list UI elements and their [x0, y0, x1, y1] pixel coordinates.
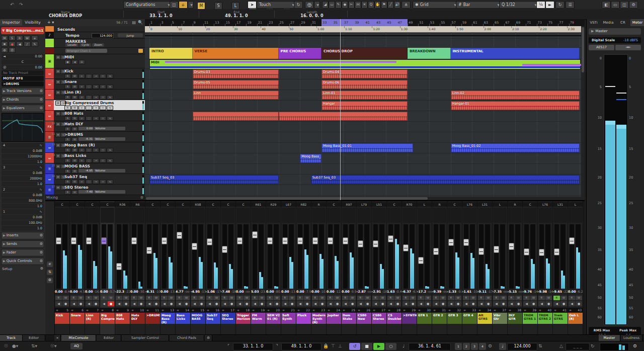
channel-name[interactable]: Vibr Gtr [493, 313, 507, 324]
zone-tab-track[interactable]: Track [0, 335, 23, 341]
right-locator-value[interactable]: 49. 1. 1. 0 [281, 343, 321, 350]
track-btn-4[interactable]: → [93, 158, 99, 163]
r-button[interactable]: R [64, 190, 71, 195]
w-button[interactable]: W [71, 190, 78, 195]
tempo-value[interactable]: 124.000 [507, 343, 537, 350]
channel-racks[interactable] [327, 208, 341, 223]
fader-handle[interactable] [358, 240, 363, 247]
inspector-btn-3[interactable]: W [24, 35, 31, 41]
marker-2-button[interactable]: 2 [463, 343, 470, 350]
channel-name[interactable]: Soft Synth [281, 313, 296, 324]
record-enable-button[interactable]: ● [198, 301, 205, 306]
clip-drums-05[interactable]: Drums-05 [193, 80, 279, 89]
workspace-caret[interactable]: ▼ [188, 1, 194, 9]
inspector-section-track-versions[interactable]: ▶Track Versions⚙ [1, 87, 44, 95]
inspector-btn-11[interactable]: ⦿ [9, 47, 16, 53]
r-button[interactable]: R [64, 169, 71, 173]
track-btn-1[interactable]: W [71, 84, 78, 89]
track-btn-6[interactable]: ≒ [107, 95, 113, 100]
right-zone-toggle[interactable]: ◫ [620, 1, 629, 9]
arranger-section-instrumental[interactable]: INSTRUMENTAL [451, 48, 580, 59]
monitor-button[interactable]: ◀ [101, 301, 107, 306]
fader-handle[interactable] [146, 247, 152, 254]
channel-name[interactable]: Modern Synth (R) [311, 313, 326, 324]
pan-control[interactable]: R [432, 202, 447, 207]
channel-racks[interactable] [478, 208, 492, 223]
monitor-button[interactable]: ◀ [523, 301, 530, 306]
auto-scroll-icon[interactable]: ↻ [294, 1, 303, 9]
pan-control[interactable]: R36 [115, 202, 130, 207]
channel-racks[interactable] [252, 208, 265, 223]
monitor-button[interactable]: ◀ [448, 301, 454, 306]
glue-tool-icon[interactable]: ⨝ [355, 1, 361, 9]
channel-racks[interactable] [523, 208, 537, 223]
activity-reset-icon[interactable]: ↻ [591, 343, 595, 348]
fader-handle[interactable] [267, 237, 273, 244]
tempo-mode-button[interactable]: ♩ [499, 343, 506, 350]
mixer-channel-pluck[interactable]: R820.00 -7.9RW◀●∞22Pluck [296, 201, 311, 335]
track-btn-2[interactable]: e [78, 180, 85, 184]
record-enable-button[interactable]: ● [364, 301, 371, 306]
record-enable-button[interactable]: ● [349, 301, 356, 306]
left-locator-value[interactable]: 33. 1. 1. 0 [233, 343, 273, 350]
monitor-button[interactable]: ◀ [418, 301, 424, 306]
read-automation-button[interactable]: R [252, 296, 258, 300]
marker-cycle-button[interactable]: Cycle [79, 43, 91, 47]
record-enable-button[interactable]: ● [168, 301, 175, 306]
eq-band-2-gain[interactable]: 0.0dB [2, 193, 44, 198]
add-track-button[interactable]: + ▾ [47, 20, 54, 25]
channel-racks[interactable] [448, 208, 461, 223]
lower-zone-toggle[interactable]: ▭ [611, 1, 620, 9]
track-btn-5[interactable]: ◇ [100, 148, 106, 152]
record-enable-button[interactable]: ● [123, 301, 129, 306]
w-button[interactable]: W [71, 127, 78, 131]
track-btn-0[interactable]: R [64, 84, 71, 89]
track-row-sub37-seq[interactable]: ↔MSSub37 SeqRWe◌→◇≒16 [45, 174, 145, 185]
track-btn-4[interactable]: → [93, 106, 99, 110]
inspector-btn-7[interactable]: ◀ [16, 41, 23, 47]
pan-control[interactable]: R29 [266, 202, 281, 207]
master-section-header[interactable]: ▶Master [589, 28, 641, 35]
lower-zone-tab-chord-pads[interactable]: Chord Pads [170, 335, 204, 341]
pan-control[interactable]: R70 [402, 202, 417, 207]
read-automation-button[interactable]: R [448, 296, 454, 300]
track-btn-5[interactable]: ◇ [100, 180, 106, 184]
mixer-channel--synthi[interactable]: R70-6.37 -6.9RW◀●∞29>SYNTHI [402, 201, 417, 335]
track-btn-3[interactable]: ◌ [86, 158, 92, 163]
monitor-button[interactable]: ◀ [403, 301, 409, 306]
arranger-chain-field[interactable]: Arranger Chain 1 [65, 49, 107, 53]
monitor-button[interactable]: ◀ [70, 301, 77, 306]
transport-gear-icon[interactable]: ⚙ [633, 343, 637, 348]
track-btn-4[interactable]: → [93, 95, 99, 100]
channel-name[interactable]: Trem GTRS [553, 313, 568, 324]
pan-control[interactable]: C [327, 202, 341, 207]
fader-handle[interactable] [192, 243, 197, 250]
pan-control[interactable]: C [100, 202, 115, 207]
write-automation-button[interactable]: W [108, 296, 114, 300]
fader-handle[interactable] [373, 240, 378, 247]
marker-zoom-button[interactable]: Zoom [92, 43, 104, 47]
mixer-channel-ooh-l-r-[interactable]: L0.00 -6.2RW◀●∞43Ooh L (R) [568, 201, 583, 335]
read-automation-button[interactable]: R [86, 296, 92, 300]
channel-racks[interactable] [342, 208, 356, 223]
track-btn-6[interactable]: ≒ [107, 106, 113, 110]
right-zone-tab-cr[interactable]: CR [616, 19, 630, 26]
eq-band-1-freq[interactable]: 100.0Hz [2, 220, 44, 225]
inspector-pan[interactable]: C [2, 59, 44, 64]
monitor-button[interactable]: ◀ [508, 301, 515, 306]
eq-band-4[interactable]: 4∿ [2, 143, 44, 148]
eq-curve-display[interactable] [2, 113, 44, 142]
fader-handle[interactable] [282, 237, 288, 244]
monitor-button[interactable]: ◀ [372, 301, 379, 306]
lower-zone-tab-editor[interactable]: Editor [97, 335, 121, 341]
channel-racks[interactable] [297, 208, 310, 223]
track-row-seq-stereo[interactable]: ☰MSSEQ StereoRW-7.48Volume17 [45, 185, 145, 195]
channel-name[interactable]: GTR 3 [447, 313, 462, 324]
channel-name[interactable]: TREM GTRS 1 [523, 313, 537, 324]
snap-icon[interactable]: ⋔ [401, 1, 411, 9]
track-btn-6[interactable]: ≒ [107, 158, 113, 163]
inspector-section-equalizers[interactable]: ▶Equalizers⚙ [1, 105, 44, 112]
monitor-button[interactable]: ◀ [463, 301, 469, 306]
channel-racks[interactable] [70, 208, 84, 223]
track-row--drums[interactable]: ☰MS>DRUMSRW-6.31Volume11 [45, 132, 145, 142]
